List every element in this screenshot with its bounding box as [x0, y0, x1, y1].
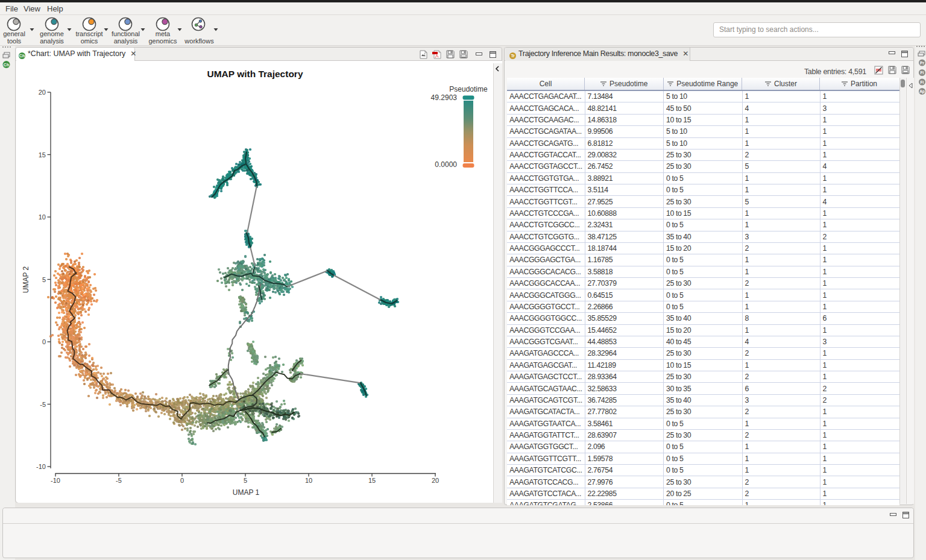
svg-text:15: 15 [368, 477, 376, 484]
svg-text:20: 20 [432, 477, 439, 484]
svg-text:-10: -10 [51, 477, 60, 484]
svg-text:-5: -5 [40, 401, 46, 408]
svg-text:-10: -10 [36, 463, 46, 470]
svg-text:Pseudotime: Pseudotime [449, 85, 488, 93]
svg-text:UMAP 2: UMAP 2 [22, 266, 30, 293]
svg-text:49.2903: 49.2903 [431, 93, 458, 102]
svg-text:10: 10 [39, 213, 46, 221]
svg-text:0: 0 [42, 338, 46, 345]
svg-text:Pr: Pr [920, 61, 924, 65]
svg-text:Fi: Fi [921, 80, 924, 84]
svg-text:Fi: Fi [921, 71, 924, 75]
svg-text:UMAP 1: UMAP 1 [233, 488, 260, 497]
svg-text:15: 15 [39, 151, 46, 159]
svg-text:-5: -5 [116, 477, 122, 484]
svg-text:5: 5 [42, 276, 46, 283]
svg-text:Ch: Ch [4, 63, 9, 67]
svg-text:Ap: Ap [919, 89, 925, 94]
svg-text:0: 0 [180, 477, 184, 484]
svg-text:0.0000: 0.0000 [435, 160, 457, 169]
svg-text:5: 5 [244, 477, 247, 484]
svg-text:UMAP with Trajectory: UMAP with Trajectory [207, 69, 303, 79]
svg-text:10: 10 [305, 477, 312, 484]
svg-text:20: 20 [39, 89, 46, 96]
